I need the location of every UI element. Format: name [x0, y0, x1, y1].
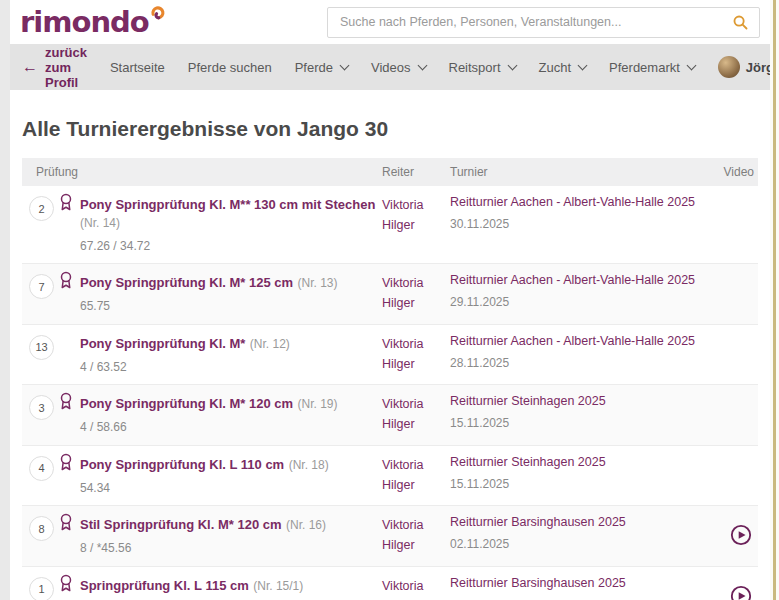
- pruefung-cell: Pony Springprüfung Kl. M* (Nr. 12) 4 / 6…: [80, 334, 382, 375]
- video-cell: [722, 576, 758, 600]
- pruefung-cell: Pony Springprüfung Kl. L 110 cm (Nr. 18)…: [80, 455, 382, 496]
- chevron-down-icon: [340, 60, 350, 70]
- rider-link[interactable]: Viktoria Hilger: [382, 334, 450, 375]
- pruefung-link[interactable]: Stil Springprüfung Kl. M* 120 cm: [80, 517, 282, 532]
- rosette-icon: [57, 453, 75, 471]
- video-cell: [722, 515, 758, 556]
- pruefung-cell: Pony Springprüfung Kl. M* 125 cm (Nr. 13…: [80, 273, 382, 314]
- tournament-cell: Reitturnier Aachen - Albert-Vahle-Halle …: [450, 334, 722, 375]
- pruefung-link[interactable]: Pony Springprüfung Kl. L 110 cm: [80, 457, 284, 472]
- pruefung-cell: Springprüfung Kl. L 115 cm (Nr. 15/1) 57…: [80, 576, 382, 600]
- placement-badge: 8: [29, 516, 54, 541]
- nav-item[interactable]: Videos: [371, 60, 426, 75]
- nav-item[interactable]: Startseite: [110, 60, 165, 75]
- nav-item[interactable]: Pferde suchen: [188, 60, 272, 75]
- tournament-link[interactable]: Reitturnier Aachen - Albert-Vahle-Halle …: [450, 334, 722, 348]
- table-row[interactable]: 4 Pony Springprüfung Kl. L 110 cm (Nr. 1…: [22, 446, 758, 507]
- rosette-icon: [57, 392, 75, 410]
- rosette-icon: [57, 271, 75, 289]
- search-box: [327, 7, 760, 38]
- pruefung-number: (Nr. 14): [80, 216, 120, 230]
- tournament-link[interactable]: Reitturnier Steinhagen 2025: [450, 394, 722, 408]
- tournament-link[interactable]: Reitturnier Steinhagen 2025: [450, 455, 722, 469]
- scrollbar[interactable]: [770, 0, 779, 600]
- nav-item[interactable]: Pferde: [295, 60, 348, 75]
- scrollbar-thumb[interactable]: [773, 0, 776, 600]
- search-icon[interactable]: [732, 14, 749, 31]
- tournament-link[interactable]: Reitturnier Barsinghausen 2025: [450, 515, 722, 529]
- rider-link[interactable]: Viktoria Hilger: [382, 455, 450, 496]
- rider-link[interactable]: Viktoria Hilger: [382, 394, 450, 435]
- pruefung-number: (Nr. 15/1): [253, 579, 303, 593]
- page-title: Alle Turnierergebnisse von Jango 30: [22, 90, 758, 158]
- table-row[interactable]: 3 Pony Springprüfung Kl. M* 120 cm (Nr. …: [22, 385, 758, 446]
- tournament-date: 15.11.2025: [450, 477, 722, 491]
- tournament-cell: Reitturnier Barsinghausen 2025 02.11.202…: [450, 515, 722, 556]
- video-play-button[interactable]: [730, 524, 752, 546]
- back-label: zurück zum Profil: [45, 45, 87, 90]
- pruefung-number: (Nr. 16): [286, 518, 326, 532]
- tournament-date: 30.11.2025: [450, 217, 722, 231]
- placement-cell: 8: [22, 515, 80, 556]
- result-value: 65.75: [80, 299, 382, 313]
- pruefung-cell: Pony Springprüfung Kl. M* 120 cm (Nr. 19…: [80, 394, 382, 435]
- main-nav: ← zurück zum Profil Startseite Pferde su…: [10, 44, 770, 90]
- back-to-profile-link[interactable]: ← zurück zum Profil: [22, 45, 87, 90]
- rider-link[interactable]: Viktoria Hilger: [382, 195, 450, 253]
- result-value: 54.34: [80, 481, 382, 495]
- table-row[interactable]: 8 Stil Springprüfung Kl. M* 120 cm (Nr. …: [22, 506, 758, 567]
- tournament-date: 02.11.2025: [450, 537, 722, 551]
- pruefung-link[interactable]: Pony Springprüfung Kl. M*: [80, 336, 245, 351]
- rider-link[interactable]: Viktoria Hilger: [382, 576, 450, 600]
- table-row[interactable]: 2 Pony Springprüfung Kl. M** 130 cm mit …: [22, 186, 758, 264]
- column-header-reiter: Reiter: [382, 165, 450, 179]
- pruefung-link[interactable]: Pony Springprüfung Kl. M** 130 cm mit St…: [80, 197, 375, 212]
- pruefung-number: (Nr. 18): [289, 458, 329, 472]
- table-row[interactable]: 7 Pony Springprüfung Kl. M* 125 cm (Nr. …: [22, 264, 758, 325]
- tournament-cell: Reitturnier Aachen - Albert-Vahle-Halle …: [450, 195, 722, 253]
- chevron-down-icon: [507, 60, 517, 70]
- tournament-cell: Reitturnier Steinhagen 2025 15.11.2025: [450, 394, 722, 435]
- video-cell: [722, 394, 758, 435]
- placement-badge: 2: [29, 196, 54, 221]
- chevron-down-icon: [578, 60, 588, 70]
- tournament-date: 29.11.2025: [450, 295, 722, 309]
- search-input[interactable]: [340, 15, 732, 29]
- tournament-link[interactable]: Reitturnier Aachen - Albert-Vahle-Halle …: [450, 273, 722, 287]
- top-bar: rimondo: [10, 0, 770, 44]
- main-content: Alle Turnierergebnisse von Jango 30 Prüf…: [10, 90, 770, 600]
- result-value: 4 / 63.52: [80, 360, 382, 374]
- results-table-header: Prüfung Reiter Turnier Video: [22, 158, 758, 186]
- logo-text: rimondo: [20, 8, 149, 37]
- nav-item[interactable]: Pferdemarkt: [609, 60, 695, 75]
- page-container: rimondo ← zurück zum Profil Startseite P…: [10, 0, 770, 600]
- tournament-cell: Reitturnier Steinhagen 2025 15.11.2025: [450, 455, 722, 496]
- chevron-down-icon: [686, 60, 696, 70]
- placement-cell: 2: [22, 195, 80, 253]
- nav-item[interactable]: Zucht: [539, 60, 587, 75]
- rider-link[interactable]: Viktoria Hilger: [382, 515, 450, 556]
- tournament-cell: Reitturnier Aachen - Albert-Vahle-Halle …: [450, 273, 722, 314]
- tournament-link[interactable]: Reitturnier Barsinghausen 2025: [450, 576, 722, 590]
- placement-cell: 1: [22, 576, 80, 600]
- back-arrow-icon: ←: [22, 59, 38, 75]
- tournament-link[interactable]: Reitturnier Aachen - Albert-Vahle-Halle …: [450, 195, 722, 209]
- pruefung-link[interactable]: Springprüfung Kl. L 115 cm: [80, 578, 249, 593]
- rider-link[interactable]: Viktoria Hilger: [382, 273, 450, 314]
- table-row[interactable]: 13 Pony Springprüfung Kl. M* (Nr. 12) 4 …: [22, 325, 758, 386]
- tournament-date: 15.11.2025: [450, 416, 722, 430]
- video-play-button[interactable]: [730, 585, 752, 600]
- pruefung-link[interactable]: Pony Springprüfung Kl. M* 120 cm: [80, 396, 293, 411]
- placement-cell: 4: [22, 455, 80, 496]
- column-header-pruefung: Prüfung: [22, 165, 382, 179]
- nav-item[interactable]: Reitsport: [449, 60, 516, 75]
- video-cell: [722, 334, 758, 375]
- column-header-video: Video: [722, 165, 758, 179]
- rimondo-logo[interactable]: rimondo: [20, 8, 165, 37]
- pruefung-link[interactable]: Pony Springprüfung Kl. M* 125 cm: [80, 275, 293, 290]
- tournament-date: 28.11.2025: [450, 356, 722, 370]
- rosette-icon: [57, 193, 75, 211]
- table-row[interactable]: 1 Springprüfung Kl. L 115 cm (Nr. 15/1) …: [22, 567, 758, 600]
- pruefung-cell: Stil Springprüfung Kl. M* 120 cm (Nr. 16…: [80, 515, 382, 556]
- column-header-turnier: Turnier: [450, 165, 722, 179]
